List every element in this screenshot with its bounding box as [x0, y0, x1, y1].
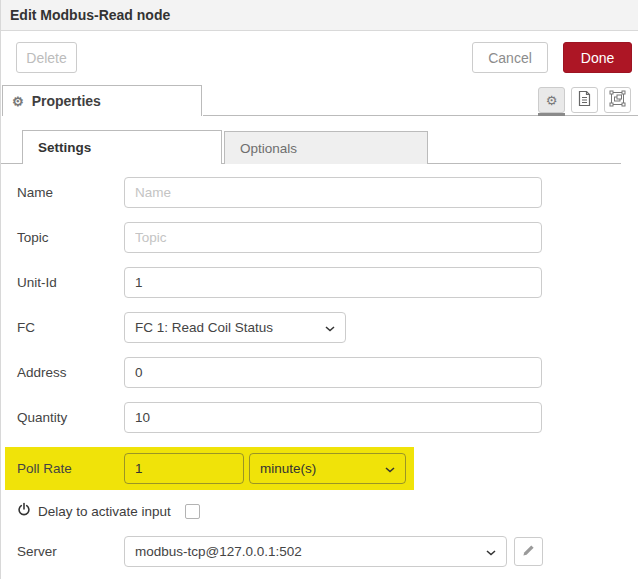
action-bar: Delete Cancel Done [1, 31, 638, 73]
dialog-title: Edit Modbus-Read node [10, 7, 170, 23]
edit-server-button[interactable] [514, 537, 543, 566]
edit-node-dialog: Edit Modbus-Read node Delete Cancel Done… [0, 0, 638, 579]
fc-selected-value: FC 1: Read Coil Status [135, 320, 273, 335]
appearance-icon [609, 90, 626, 111]
delay-label: Delay to activate input [38, 504, 171, 519]
delete-button[interactable]: Delete [16, 42, 77, 73]
name-input[interactable] [124, 177, 542, 208]
description-icon [577, 90, 592, 111]
editor-tab-row: ⚙ Properties ⚙ [1, 83, 638, 116]
topic-label: Topic [17, 230, 124, 245]
name-label: Name [17, 185, 124, 200]
poll-rate-row-highlighted: Poll Rate minute(s) [5, 447, 414, 490]
address-row: Address [17, 357, 622, 388]
settings-tab-row: Settings Optionals [1, 130, 638, 164]
pencil-icon [522, 544, 535, 560]
unit-id-label: Unit-Id [17, 275, 124, 290]
unit-id-input[interactable] [124, 267, 542, 298]
optionals-tab-label: Optionals [240, 141, 297, 156]
quantity-label: Quantity [17, 410, 124, 425]
settings-tab-label: Settings [38, 140, 91, 155]
tab-optionals[interactable]: Optionals [224, 131, 428, 164]
gear-icon: ⚙ [12, 95, 24, 108]
appearance-button[interactable] [604, 87, 631, 113]
done-button[interactable]: Done [563, 42, 632, 73]
description-button[interactable] [571, 87, 598, 113]
poll-rate-input[interactable] [124, 453, 244, 484]
properties-gear-button[interactable]: ⚙ [538, 87, 565, 113]
poll-rate-unit-value: minute(s) [260, 461, 316, 476]
fc-select[interactable]: FC 1: Read Coil Status [124, 312, 346, 343]
fc-row: FC FC 1: Read Coil Status [17, 312, 622, 343]
topic-row: Topic [17, 222, 622, 253]
editor-icon-buttons: ⚙ [538, 87, 631, 113]
node-settings-form: Name Topic Unit-Id FC FC 1: Read Coil St… [1, 164, 638, 567]
chevron-down-icon [486, 544, 496, 559]
chevron-down-icon [325, 320, 335, 335]
quantity-row: Quantity [17, 402, 622, 433]
chevron-down-icon [385, 461, 395, 476]
address-input[interactable] [124, 357, 542, 388]
topic-input[interactable] [124, 222, 542, 253]
delay-checkbox[interactable] [185, 504, 200, 519]
poll-rate-label: Poll Rate [17, 461, 124, 476]
name-row: Name [17, 177, 622, 208]
delay-row: Delay to activate input [17, 502, 622, 520]
power-icon [17, 502, 31, 520]
unit-id-row: Unit-Id [17, 267, 622, 298]
server-label: Server [17, 544, 124, 559]
quantity-input[interactable] [124, 402, 542, 433]
address-label: Address [17, 365, 124, 380]
server-select[interactable]: modbus-tcp@127.0.0.1:502 [124, 536, 507, 567]
tab-row-divider [203, 115, 638, 116]
server-row: Server modbus-tcp@127.0.0.1:502 [17, 536, 622, 567]
dialog-titlebar: Edit Modbus-Read node [1, 0, 638, 31]
fc-label: FC [17, 320, 124, 335]
tab-properties[interactable]: ⚙ Properties [2, 85, 202, 116]
server-selected-value: modbus-tcp@127.0.0.1:502 [135, 544, 302, 559]
properties-tab-label: Properties [32, 93, 101, 109]
gear-icon: ⚙ [546, 94, 558, 107]
poll-rate-unit-select[interactable]: minute(s) [249, 453, 406, 484]
tab-settings[interactable]: Settings [22, 130, 222, 164]
cancel-button[interactable]: Cancel [472, 42, 548, 73]
